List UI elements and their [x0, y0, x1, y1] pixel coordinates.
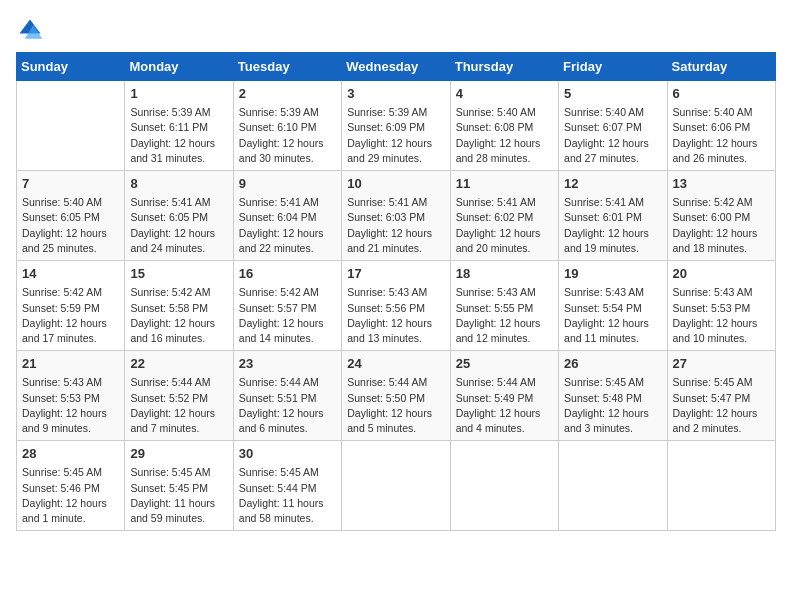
day-number: 29 [130, 445, 227, 463]
day-info: Sunrise: 5:45 AM Sunset: 5:45 PM Dayligh… [130, 465, 227, 526]
calendar-cell: 9Sunrise: 5:41 AM Sunset: 6:04 PM Daylig… [233, 171, 341, 261]
calendar-cell: 11Sunrise: 5:41 AM Sunset: 6:02 PM Dayli… [450, 171, 558, 261]
day-info: Sunrise: 5:39 AM Sunset: 6:10 PM Dayligh… [239, 105, 336, 166]
calendar-week-row: 28Sunrise: 5:45 AM Sunset: 5:46 PM Dayli… [17, 441, 776, 531]
calendar-cell: 16Sunrise: 5:42 AM Sunset: 5:57 PM Dayli… [233, 261, 341, 351]
calendar-cell: 28Sunrise: 5:45 AM Sunset: 5:46 PM Dayli… [17, 441, 125, 531]
day-info: Sunrise: 5:42 AM Sunset: 5:58 PM Dayligh… [130, 285, 227, 346]
day-number: 3 [347, 85, 444, 103]
day-number: 1 [130, 85, 227, 103]
day-number: 19 [564, 265, 661, 283]
day-info: Sunrise: 5:43 AM Sunset: 5:53 PM Dayligh… [22, 375, 119, 436]
day-number: 8 [130, 175, 227, 193]
day-info: Sunrise: 5:41 AM Sunset: 6:05 PM Dayligh… [130, 195, 227, 256]
day-info: Sunrise: 5:43 AM Sunset: 5:56 PM Dayligh… [347, 285, 444, 346]
day-number: 11 [456, 175, 553, 193]
weekday-header: Wednesday [342, 53, 450, 81]
calendar-cell: 17Sunrise: 5:43 AM Sunset: 5:56 PM Dayli… [342, 261, 450, 351]
calendar-cell: 1Sunrise: 5:39 AM Sunset: 6:11 PM Daylig… [125, 81, 233, 171]
weekday-header: Monday [125, 53, 233, 81]
calendar-cell: 10Sunrise: 5:41 AM Sunset: 6:03 PM Dayli… [342, 171, 450, 261]
day-number: 18 [456, 265, 553, 283]
calendar-cell: 19Sunrise: 5:43 AM Sunset: 5:54 PM Dayli… [559, 261, 667, 351]
day-number: 16 [239, 265, 336, 283]
day-info: Sunrise: 5:40 AM Sunset: 6:05 PM Dayligh… [22, 195, 119, 256]
day-number: 21 [22, 355, 119, 373]
calendar-cell: 25Sunrise: 5:44 AM Sunset: 5:49 PM Dayli… [450, 351, 558, 441]
calendar-cell: 13Sunrise: 5:42 AM Sunset: 6:00 PM Dayli… [667, 171, 775, 261]
day-info: Sunrise: 5:39 AM Sunset: 6:09 PM Dayligh… [347, 105, 444, 166]
calendar-cell: 26Sunrise: 5:45 AM Sunset: 5:48 PM Dayli… [559, 351, 667, 441]
day-number: 26 [564, 355, 661, 373]
calendar-cell [342, 441, 450, 531]
calendar-cell: 18Sunrise: 5:43 AM Sunset: 5:55 PM Dayli… [450, 261, 558, 351]
calendar-cell: 6Sunrise: 5:40 AM Sunset: 6:06 PM Daylig… [667, 81, 775, 171]
day-number: 12 [564, 175, 661, 193]
calendar-week-row: 7Sunrise: 5:40 AM Sunset: 6:05 PM Daylig… [17, 171, 776, 261]
calendar-cell: 21Sunrise: 5:43 AM Sunset: 5:53 PM Dayli… [17, 351, 125, 441]
calendar-cell: 15Sunrise: 5:42 AM Sunset: 5:58 PM Dayli… [125, 261, 233, 351]
calendar-cell [667, 441, 775, 531]
day-number: 27 [673, 355, 770, 373]
day-info: Sunrise: 5:45 AM Sunset: 5:46 PM Dayligh… [22, 465, 119, 526]
day-info: Sunrise: 5:41 AM Sunset: 6:04 PM Dayligh… [239, 195, 336, 256]
day-info: Sunrise: 5:45 AM Sunset: 5:47 PM Dayligh… [673, 375, 770, 436]
calendar-cell: 29Sunrise: 5:45 AM Sunset: 5:45 PM Dayli… [125, 441, 233, 531]
day-number: 6 [673, 85, 770, 103]
page-header [16, 16, 776, 44]
logo [16, 16, 48, 44]
calendar-header: SundayMondayTuesdayWednesdayThursdayFrid… [17, 53, 776, 81]
day-number: 22 [130, 355, 227, 373]
day-number: 9 [239, 175, 336, 193]
calendar-cell: 3Sunrise: 5:39 AM Sunset: 6:09 PM Daylig… [342, 81, 450, 171]
day-number: 23 [239, 355, 336, 373]
weekday-header: Tuesday [233, 53, 341, 81]
calendar-week-row: 1Sunrise: 5:39 AM Sunset: 6:11 PM Daylig… [17, 81, 776, 171]
weekday-header: Thursday [450, 53, 558, 81]
day-number: 2 [239, 85, 336, 103]
day-info: Sunrise: 5:44 AM Sunset: 5:50 PM Dayligh… [347, 375, 444, 436]
day-info: Sunrise: 5:44 AM Sunset: 5:51 PM Dayligh… [239, 375, 336, 436]
calendar-cell: 8Sunrise: 5:41 AM Sunset: 6:05 PM Daylig… [125, 171, 233, 261]
day-info: Sunrise: 5:45 AM Sunset: 5:48 PM Dayligh… [564, 375, 661, 436]
day-number: 17 [347, 265, 444, 283]
calendar-week-row: 14Sunrise: 5:42 AM Sunset: 5:59 PM Dayli… [17, 261, 776, 351]
calendar-cell: 5Sunrise: 5:40 AM Sunset: 6:07 PM Daylig… [559, 81, 667, 171]
day-number: 25 [456, 355, 553, 373]
day-info: Sunrise: 5:43 AM Sunset: 5:53 PM Dayligh… [673, 285, 770, 346]
calendar-cell: 24Sunrise: 5:44 AM Sunset: 5:50 PM Dayli… [342, 351, 450, 441]
day-number: 30 [239, 445, 336, 463]
weekday-header: Friday [559, 53, 667, 81]
day-info: Sunrise: 5:42 AM Sunset: 6:00 PM Dayligh… [673, 195, 770, 256]
calendar-cell: 12Sunrise: 5:41 AM Sunset: 6:01 PM Dayli… [559, 171, 667, 261]
calendar-cell [559, 441, 667, 531]
day-info: Sunrise: 5:40 AM Sunset: 6:08 PM Dayligh… [456, 105, 553, 166]
day-info: Sunrise: 5:41 AM Sunset: 6:01 PM Dayligh… [564, 195, 661, 256]
day-number: 14 [22, 265, 119, 283]
calendar-cell: 27Sunrise: 5:45 AM Sunset: 5:47 PM Dayli… [667, 351, 775, 441]
calendar-week-row: 21Sunrise: 5:43 AM Sunset: 5:53 PM Dayli… [17, 351, 776, 441]
day-info: Sunrise: 5:41 AM Sunset: 6:03 PM Dayligh… [347, 195, 444, 256]
day-info: Sunrise: 5:44 AM Sunset: 5:52 PM Dayligh… [130, 375, 227, 436]
calendar-cell: 30Sunrise: 5:45 AM Sunset: 5:44 PM Dayli… [233, 441, 341, 531]
day-info: Sunrise: 5:42 AM Sunset: 5:59 PM Dayligh… [22, 285, 119, 346]
day-number: 4 [456, 85, 553, 103]
calendar-cell [17, 81, 125, 171]
calendar-cell: 7Sunrise: 5:40 AM Sunset: 6:05 PM Daylig… [17, 171, 125, 261]
day-number: 28 [22, 445, 119, 463]
day-number: 24 [347, 355, 444, 373]
day-number: 15 [130, 265, 227, 283]
weekday-header: Sunday [17, 53, 125, 81]
calendar-table: SundayMondayTuesdayWednesdayThursdayFrid… [16, 52, 776, 531]
day-number: 20 [673, 265, 770, 283]
day-number: 5 [564, 85, 661, 103]
calendar-cell: 2Sunrise: 5:39 AM Sunset: 6:10 PM Daylig… [233, 81, 341, 171]
weekday-header: Saturday [667, 53, 775, 81]
calendar-cell: 4Sunrise: 5:40 AM Sunset: 6:08 PM Daylig… [450, 81, 558, 171]
logo-icon [16, 16, 44, 44]
day-number: 7 [22, 175, 119, 193]
day-info: Sunrise: 5:41 AM Sunset: 6:02 PM Dayligh… [456, 195, 553, 256]
calendar-cell: 20Sunrise: 5:43 AM Sunset: 5:53 PM Dayli… [667, 261, 775, 351]
calendar-cell: 22Sunrise: 5:44 AM Sunset: 5:52 PM Dayli… [125, 351, 233, 441]
calendar-cell: 23Sunrise: 5:44 AM Sunset: 5:51 PM Dayli… [233, 351, 341, 441]
